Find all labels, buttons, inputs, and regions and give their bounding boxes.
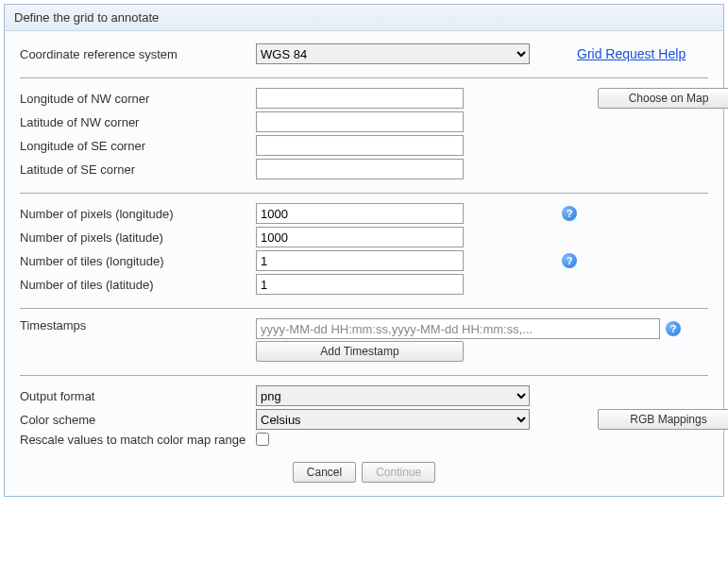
rescale-label: Rescale values to match color map range bbox=[20, 433, 256, 447]
rescale-row: Rescale values to match color map range bbox=[20, 433, 708, 447]
grid-request-help-link[interactable]: Grid Request Help bbox=[577, 46, 686, 61]
se-lon-row: Longitude of SE corner bbox=[20, 135, 708, 156]
color-scheme-label: Color scheme bbox=[20, 413, 256, 427]
continue-button[interactable]: Continue bbox=[362, 462, 435, 483]
divider-3 bbox=[20, 308, 708, 309]
se-lat-input[interactable] bbox=[256, 159, 464, 179]
panel-title: Define the grid to annotate bbox=[5, 5, 723, 31]
timestamps-label: Timestamps bbox=[20, 318, 256, 332]
nw-lat-input[interactable] bbox=[256, 111, 464, 132]
px-lon-input[interactable] bbox=[256, 203, 464, 224]
help-icon[interactable]: ? bbox=[666, 321, 681, 336]
divider-4 bbox=[20, 375, 708, 376]
rescale-checkbox[interactable] bbox=[256, 433, 269, 446]
action-buttons: Cancel Continue bbox=[20, 462, 708, 483]
rgb-mappings-button[interactable]: RGB Mappings bbox=[598, 409, 728, 430]
color-scheme-row: Color scheme Celsius RGB Mappings bbox=[20, 409, 708, 430]
crs-select[interactable]: WGS 84 bbox=[256, 43, 530, 64]
se-lat-label: Latitude of SE corner bbox=[20, 162, 256, 177]
tiles-lon-input[interactable] bbox=[256, 250, 464, 271]
color-scheme-select[interactable]: Celsius bbox=[256, 409, 530, 430]
panel-body: Coordinate reference system WGS 84 Grid … bbox=[5, 31, 723, 496]
nw-lat-label: Latitude of NW corner bbox=[20, 115, 256, 129]
output-format-row: Output format png bbox=[20, 385, 708, 406]
nw-lon-row: Longitude of NW corner Choose on Map bbox=[20, 88, 708, 109]
output-format-select[interactable]: png bbox=[256, 385, 530, 406]
px-lon-row: Number of pixels (longitude) ? bbox=[20, 203, 708, 224]
px-lat-input[interactable] bbox=[256, 227, 464, 247]
tiles-lat-row: Number of tiles (latitude) bbox=[20, 274, 708, 295]
crs-row: Coordinate reference system WGS 84 Grid … bbox=[20, 43, 708, 64]
tiles-lon-row: Number of tiles (longitude) ? bbox=[20, 250, 708, 271]
cancel-button[interactable]: Cancel bbox=[293, 462, 356, 483]
divider-2 bbox=[20, 193, 708, 194]
px-lon-label: Number of pixels (longitude) bbox=[20, 207, 256, 221]
px-lat-row: Number of pixels (latitude) bbox=[20, 227, 708, 247]
se-lon-input[interactable] bbox=[256, 135, 464, 156]
tiles-lat-input[interactable] bbox=[256, 274, 464, 295]
add-timestamp-button[interactable]: Add Timestamp bbox=[256, 341, 464, 362]
choose-on-map-button[interactable]: Choose on Map bbox=[598, 88, 728, 109]
timestamps-input[interactable] bbox=[256, 318, 660, 339]
grid-annotate-panel: Define the grid to annotate Coordinate r… bbox=[4, 4, 724, 497]
se-lon-label: Longitude of SE corner bbox=[20, 139, 256, 153]
timestamps-row: Timestamps ? Add Timestamp bbox=[20, 318, 708, 362]
tiles-lon-label: Number of tiles (longitude) bbox=[20, 254, 256, 268]
se-lat-row: Latitude of SE corner bbox=[20, 159, 708, 179]
help-icon[interactable]: ? bbox=[562, 253, 577, 268]
nw-lon-label: Longitude of NW corner bbox=[20, 92, 256, 106]
nw-lon-input[interactable] bbox=[256, 88, 464, 109]
divider-1 bbox=[20, 77, 708, 78]
output-format-label: Output format bbox=[20, 389, 256, 403]
px-lat-label: Number of pixels (latitude) bbox=[20, 230, 256, 245]
help-icon[interactable]: ? bbox=[562, 206, 577, 221]
crs-label: Coordinate reference system bbox=[20, 47, 256, 61]
nw-lat-row: Latitude of NW corner bbox=[20, 111, 708, 132]
tiles-lat-label: Number of tiles (latitude) bbox=[20, 278, 256, 292]
